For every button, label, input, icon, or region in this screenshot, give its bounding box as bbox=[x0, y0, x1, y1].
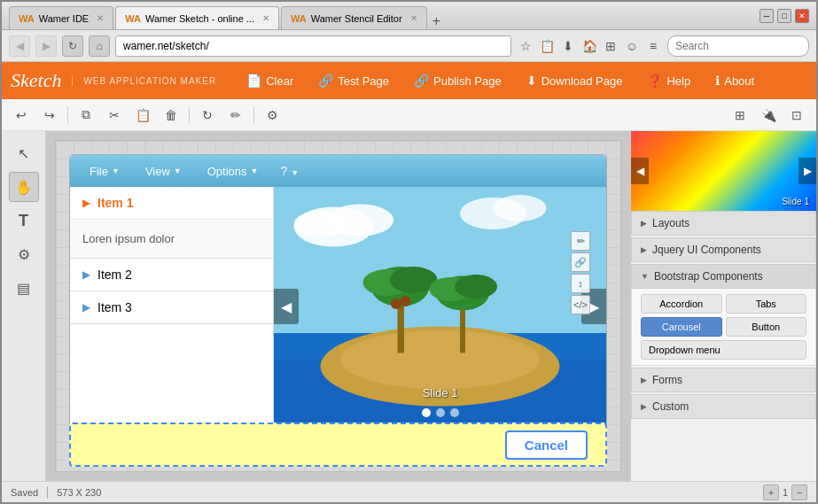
plugin-button[interactable]: 🔌 bbox=[756, 103, 781, 128]
reload-button[interactable]: ↻ bbox=[62, 35, 83, 57]
cancel-button[interactable]: Cancel bbox=[505, 430, 588, 460]
tab-wamer-sketch[interactable]: WA Wamer Sketch - online ... ✕ bbox=[115, 6, 279, 29]
menu-options[interactable]: Options ▼ bbox=[197, 161, 269, 182]
status-bar: Saved 573 X 230 + 1 − bbox=[2, 481, 816, 502]
address-input[interactable] bbox=[115, 35, 511, 57]
bootstrap-header[interactable]: ▼ Bootstrap Components bbox=[631, 264, 816, 289]
paste-button[interactable]: 📋 bbox=[130, 103, 155, 128]
right-section-layouts: ▶ Layouts bbox=[631, 211, 816, 236]
new-tab-button[interactable]: + bbox=[429, 13, 444, 29]
jquery-header[interactable]: ▶ Jquery UI Components bbox=[631, 237, 816, 262]
toolbar-divider-3 bbox=[253, 106, 254, 124]
layouts-header[interactable]: ▶ Layouts bbox=[631, 211, 816, 236]
cut-button[interactable]: ✂ bbox=[102, 103, 127, 128]
settings-tool[interactable]: ⚙ bbox=[9, 239, 39, 269]
edit-button[interactable]: ✏ bbox=[223, 103, 248, 128]
star-icon[interactable]: ☆ bbox=[517, 37, 534, 55]
back-button[interactable]: ◀ bbox=[9, 35, 30, 57]
bootstrap-content: Accordion Tabs Carousel Button Dropdown … bbox=[631, 289, 816, 366]
tab-bar: WA Wamer IDE ✕ WA Wamer Sketch - online … bbox=[9, 2, 756, 29]
accordion-label-2: Item 2 bbox=[97, 268, 132, 282]
help-button[interactable]: ❓ Help bbox=[635, 62, 703, 99]
tooltip-area: Cancel bbox=[69, 423, 607, 467]
download-btn-icon: ⬇ bbox=[526, 74, 537, 88]
accordion-panel: ▶ Item 1 Loren ipsum dolor ▶ I bbox=[70, 187, 274, 426]
accordion-arrow-3-icon: ▶ bbox=[82, 301, 90, 314]
minimize-button[interactable]: ─ bbox=[760, 9, 774, 23]
accordion-label-3: Item 3 bbox=[97, 300, 132, 314]
delete-button[interactable]: 🗑 bbox=[159, 103, 183, 128]
bookmark-icon[interactable]: 📋 bbox=[538, 37, 556, 55]
button-component-btn[interactable]: Button bbox=[726, 317, 807, 337]
settings-button[interactable]: ⚙ bbox=[260, 103, 284, 128]
side-tool-code[interactable]: </> bbox=[571, 295, 590, 314]
tab-icon-3: WA bbox=[291, 13, 307, 24]
close-button[interactable]: ✕ bbox=[795, 9, 809, 23]
profile-icon[interactable]: ☺ bbox=[623, 37, 641, 55]
dropdown-component-btn[interactable]: Dropdown menu bbox=[641, 340, 806, 360]
clear-button[interactable]: 📄 Clear bbox=[234, 62, 306, 99]
options-arrow-icon: ▼ bbox=[251, 167, 259, 175]
tab-close-2[interactable]: ✕ bbox=[262, 13, 269, 23]
accordion-component-btn[interactable]: Accordion bbox=[641, 294, 722, 314]
hand-tool[interactable]: ✋ bbox=[9, 172, 39, 202]
copy-button[interactable]: ⧉ bbox=[74, 103, 98, 128]
side-tool-move[interactable]: ↕ bbox=[571, 274, 590, 293]
status-plus-button[interactable]: − bbox=[791, 485, 807, 500]
preview-prev-button[interactable]: ◀ bbox=[631, 158, 649, 184]
toolbar-divider-2 bbox=[189, 106, 190, 124]
tab-wamer-ide[interactable]: WA Wamer IDE ✕ bbox=[9, 6, 113, 29]
carousel-prev-button[interactable]: ◀ bbox=[274, 289, 299, 324]
apps-icon[interactable]: ⊞ bbox=[602, 37, 619, 55]
app-frame: File ▼ View ▼ Options ▼ ? bbox=[69, 154, 607, 427]
carousel-dot-1[interactable] bbox=[422, 408, 431, 417]
text-tool[interactable]: T bbox=[9, 205, 39, 236]
menu-view[interactable]: View ▼ bbox=[135, 161, 192, 182]
forms-header[interactable]: ▶ Forms bbox=[631, 368, 816, 392]
accordion-header-3[interactable]: ▶ Item 3 bbox=[70, 291, 273, 323]
download-icon[interactable]: ⬇ bbox=[559, 37, 577, 55]
status-minus-button[interactable]: + bbox=[763, 485, 779, 500]
accordion-header-1[interactable]: ▶ Item 1 bbox=[70, 187, 273, 219]
download-page-button[interactable]: ⬇ Download Page bbox=[514, 62, 635, 99]
accordion-arrow-2-icon: ▶ bbox=[82, 268, 90, 281]
carousel-component-btn[interactable]: Carousel bbox=[641, 317, 722, 337]
tab-close-3[interactable]: ✕ bbox=[410, 13, 417, 23]
menu-file[interactable]: File ▼ bbox=[79, 161, 130, 182]
redo-button[interactable]: ↪ bbox=[37, 103, 62, 128]
publish-page-button[interactable]: 🔗 Publish Page bbox=[401, 62, 514, 99]
grid-button[interactable]: ⊡ bbox=[784, 103, 809, 128]
about-button[interactable]: ℹ About bbox=[703, 62, 767, 99]
tab-wamer-stencil[interactable]: WA Wamer Stencil Editor ✕ bbox=[281, 6, 427, 29]
right-section-custom: ▶ Custom bbox=[631, 394, 816, 419]
undo-button[interactable]: ↩ bbox=[9, 103, 34, 128]
canvas-side-toolbar: ✏ 🔗 ↕ </> bbox=[571, 231, 590, 314]
test-page-button[interactable]: 🔗 Test Page bbox=[306, 62, 401, 99]
help-arrow-icon: ▼ bbox=[291, 168, 299, 177]
maximize-button[interactable]: □ bbox=[777, 9, 791, 23]
forward-button[interactable]: ▶ bbox=[35, 35, 57, 57]
preview-slide-label: Slide 1 bbox=[782, 197, 809, 206]
carousel-overlay: ◀ ▶ Slide 1 bbox=[274, 187, 606, 426]
tabs-component-btn[interactable]: Tabs bbox=[726, 294, 807, 314]
canvas-area[interactable]: File ▼ View ▼ Options ▼ ? bbox=[46, 131, 630, 481]
home-button[interactable]: ⌂ bbox=[89, 35, 110, 57]
custom-header[interactable]: ▶ Custom bbox=[631, 394, 816, 419]
refresh-button[interactable]: ↻ bbox=[195, 103, 220, 128]
menu-help[interactable]: ? ▼ bbox=[273, 160, 306, 182]
arrange-button[interactable]: ⊞ bbox=[728, 103, 752, 128]
home-nav-icon[interactable]: 🏠 bbox=[580, 37, 598, 55]
side-tool-edit[interactable]: ✏ bbox=[571, 231, 590, 251]
preview-next-button[interactable]: ▶ bbox=[799, 158, 816, 184]
carousel-dot-3[interactable] bbox=[450, 408, 459, 417]
pointer-tool[interactable]: ↖ bbox=[9, 138, 39, 168]
layouts-arrow-icon: ▶ bbox=[641, 219, 647, 228]
menu-icon[interactable]: ≡ bbox=[644, 37, 662, 55]
accordion-header-2[interactable]: ▶ Item 2 bbox=[70, 259, 273, 291]
bootstrap-label: Bootstrap Components bbox=[654, 270, 763, 283]
side-tool-link[interactable]: 🔗 bbox=[571, 252, 590, 272]
panel-tool[interactable]: ▤ bbox=[9, 273, 39, 303]
carousel-dot-2[interactable] bbox=[436, 408, 445, 417]
search-input[interactable] bbox=[667, 35, 809, 57]
tab-close-1[interactable]: ✕ bbox=[97, 13, 104, 23]
